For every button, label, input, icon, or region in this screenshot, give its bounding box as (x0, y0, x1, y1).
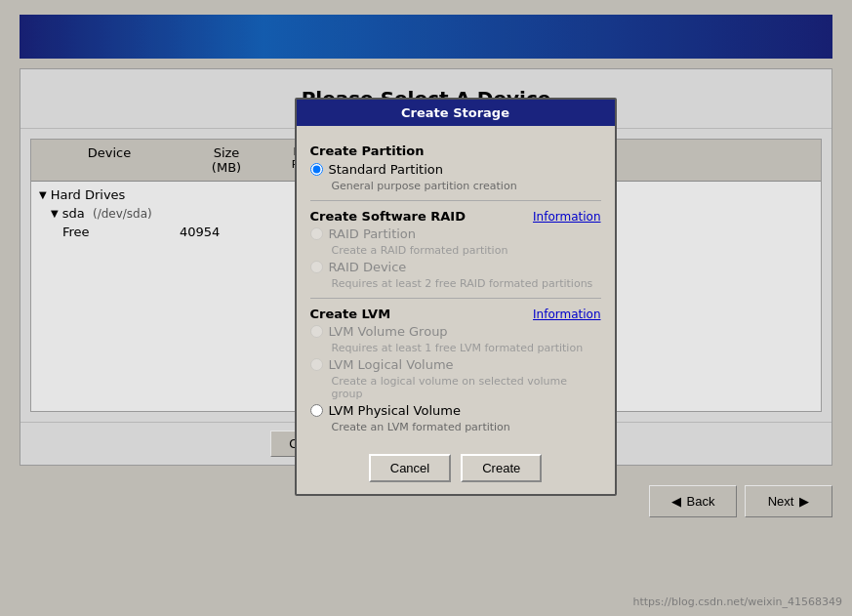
create-storage-dialog: Create Storage Create Partition Standard… (295, 98, 617, 496)
raid-device-desc: Requires at least 2 free RAID formated p… (332, 277, 601, 290)
dialog-create-button[interactable]: Create (461, 454, 542, 482)
standard-partition-desc: General purpose partition creation (332, 180, 601, 192)
section-raid-label: Create Software RAID (310, 209, 467, 224)
dialog-title: Create Storage (297, 100, 615, 126)
dialog-body: Create Partition Standard Partition Gene… (297, 126, 615, 446)
standard-partition-label: Standard Partition (329, 162, 443, 177)
dialog-buttons: Cancel Create (297, 446, 615, 494)
lvm-physical-volume-desc: Create an LVM formated partition (332, 421, 601, 433)
section-partition-label: Create Partition (310, 144, 601, 158)
radio-raid-partition: RAID Partition (310, 226, 601, 241)
radio-standard-partition[interactable]: Standard Partition (310, 162, 601, 177)
section-lvm: Create LVM Information (310, 307, 601, 321)
modal-overlay: Create Storage Create Partition Standard… (0, 0, 852, 616)
lvm-physical-volume-label: LVM Physical Volume (329, 403, 461, 418)
section-raid: Create Software RAID Information (310, 209, 601, 224)
raid-info-link[interactable]: Information (533, 210, 600, 224)
radio-raid-device: RAID Device (310, 260, 601, 274)
radio-lvm-volume-group: LVM Volume Group (310, 324, 601, 339)
raid-partition-desc: Create a RAID formated partition (332, 244, 601, 257)
dialog-cancel-button[interactable]: Cancel (369, 454, 451, 482)
lvm-logical-volume-desc: Create a logical volume on selected volu… (332, 375, 601, 400)
radio-lvm-logical-volume: LVM Logical Volume (310, 357, 601, 372)
lvm-info-link[interactable]: Information (533, 308, 600, 321)
radio-lvm-physical-volume[interactable]: LVM Physical Volume (310, 403, 601, 418)
raid-partition-label: RAID Partition (329, 226, 417, 241)
lvm-volume-group-desc: Requires at least 1 free LVM formated pa… (332, 342, 601, 354)
raid-device-label: RAID Device (329, 260, 407, 274)
section-lvm-label: Create LVM (310, 307, 391, 321)
lvm-volume-group-label: LVM Volume Group (329, 324, 448, 339)
lvm-logical-volume-label: LVM Logical Volume (329, 357, 454, 372)
